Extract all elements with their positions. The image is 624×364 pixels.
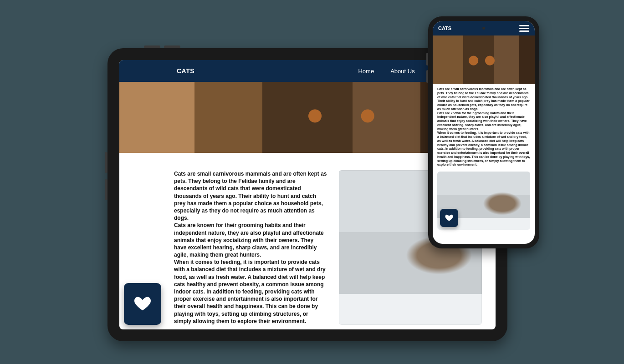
article-text: Cats are small carnivorous mammals and a… bbox=[433, 84, 535, 170]
favorite-button[interactable] bbox=[440, 209, 458, 227]
heart-icon bbox=[445, 214, 453, 222]
article-paragraph-1: Cats are small carnivorous mammals and a… bbox=[174, 170, 327, 222]
tablet-volume-down-button bbox=[105, 179, 107, 200]
phone-header: CATS bbox=[433, 21, 535, 35]
phone-hero-image bbox=[433, 35, 535, 84]
site-logo[interactable]: CATS bbox=[438, 25, 451, 31]
phone-volume-up-button bbox=[426, 53, 428, 66]
tablet-volume-up-button bbox=[105, 152, 107, 173]
phone-camera-dot bbox=[482, 27, 485, 30]
phone-device-frame: CATS Cats are small carnivorous mammals … bbox=[428, 16, 539, 248]
nav-link-about[interactable]: About Us bbox=[390, 68, 414, 75]
article-paragraph-2: Cats are known for their grooming habits… bbox=[437, 111, 530, 131]
favorite-button[interactable] bbox=[124, 283, 161, 325]
article-paragraph-3: When it comes to feeding, it is importan… bbox=[437, 131, 530, 167]
article-side-image bbox=[437, 172, 530, 230]
phone-power-button bbox=[539, 60, 541, 80]
tablet-side-button bbox=[164, 46, 180, 48]
heart-icon bbox=[134, 295, 151, 313]
site-logo[interactable]: CATS bbox=[177, 67, 194, 75]
hamburger-icon bbox=[519, 25, 529, 26]
article-text: Cats are small carnivorous mammals and a… bbox=[174, 170, 327, 325]
phone-screen: CATS Cats are small carnivorous mammals … bbox=[433, 21, 535, 244]
article-paragraph-2: Cats are known for their grooming habits… bbox=[174, 222, 327, 258]
nav-link-home[interactable]: Home bbox=[358, 68, 374, 75]
article-paragraph-1: Cats are small carnivorous mammals and a… bbox=[437, 87, 530, 111]
menu-button[interactable] bbox=[519, 24, 529, 33]
phone-volume-down-button bbox=[426, 70, 428, 83]
article-paragraph-3: When it comes to feeding, it is importan… bbox=[174, 258, 327, 325]
tablet-power-button bbox=[144, 46, 160, 48]
